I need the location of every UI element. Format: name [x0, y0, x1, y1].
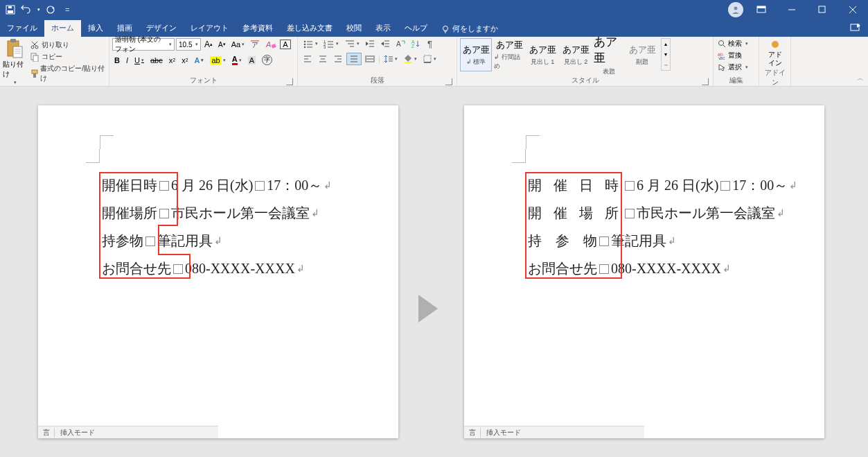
align-right-button[interactable] [331, 53, 345, 64]
page-before[interactable]: 開催日時6 月 26 日(水)17：00～↲ 開催場所市民ホール第一会議室↲ 持… [38, 105, 398, 438]
bullets-button[interactable]: ▾ [301, 38, 320, 49]
tab-review[interactable]: 校閲 [339, 20, 369, 37]
phonetic-guide-button[interactable]: ア [248, 39, 262, 50]
char-shading-button[interactable]: A [246, 55, 258, 65]
tab-file[interactable]: ファイル [0, 20, 44, 37]
save-icon[interactable] [6, 5, 15, 15]
sort-button[interactable]: AZ [409, 38, 423, 49]
style-title[interactable]: あア亜表題 [593, 38, 625, 71]
tab-home[interactable]: ホーム [44, 20, 81, 37]
style-nospacing[interactable]: あア亜↲ 行間詰め [493, 38, 525, 71]
status-mode[interactable]: 挿入モード [481, 428, 526, 438]
tab-references[interactable]: 参考資料 [236, 20, 280, 37]
highlight-button[interactable]: ab▾ [208, 55, 227, 65]
search-icon [718, 40, 726, 48]
tab-view[interactable]: 表示 [369, 20, 398, 37]
cut-button[interactable]: 切り取り [28, 40, 106, 51]
text-direction-button[interactable]: A [393, 38, 407, 49]
share-icon[interactable] [850, 22, 861, 32]
highlight-box [158, 254, 191, 255]
close-button[interactable] [838, 0, 868, 19]
distribute-button[interactable] [363, 53, 377, 64]
find-button[interactable]: 検索▾ [716, 38, 750, 49]
style-heading1[interactable]: あア亜見出し 1 [526, 38, 558, 71]
tell-me[interactable]: 何をしますか [434, 21, 505, 37]
status-bar-right: 言 挿入モード [464, 426, 644, 438]
clear-format-button[interactable]: A [263, 39, 278, 50]
increase-indent-button[interactable] [378, 38, 392, 49]
shrink-font-button[interactable]: A▾ [216, 40, 228, 49]
status-lang[interactable]: 言 [38, 428, 55, 438]
format-painter-button[interactable]: 書式のコピー/貼り付け [28, 63, 106, 84]
paste-button[interactable]: 貼り付け ▾ [3, 38, 27, 85]
style-normal[interactable]: あア亜↲ 標準 [460, 38, 492, 71]
crop-mark [86, 149, 100, 163]
doc-line-3: 持参物筆記用具↲ [102, 232, 222, 250]
paragraph-launcher[interactable] [445, 78, 452, 85]
group-font: 游明朝 (本文のフォン▾ 10.5▾ A▴ A▾ Aa▾ ア A A B I U… [109, 37, 298, 86]
show-marks-button[interactable]: ¶ [424, 38, 438, 49]
avatar[interactable] [728, 2, 743, 17]
doc-line-1: 開催日時6 月 26 日(水)17：00～↲ [102, 176, 332, 195]
tab-mailings[interactable]: 差し込み文書 [280, 20, 339, 37]
subscript-button[interactable]: x2 [167, 55, 177, 65]
style-subtitle[interactable]: あア亜副題 [626, 38, 658, 71]
select-icon [718, 63, 726, 71]
strike-button[interactable]: abc [148, 55, 165, 65]
enclose-char-button[interactable]: 字 [260, 54, 274, 66]
align-center-button[interactable] [316, 53, 330, 64]
collapse-ribbon-button[interactable]: ︿ [857, 74, 864, 83]
char-border-button[interactable]: A [280, 40, 290, 49]
styles-launcher[interactable] [702, 78, 709, 85]
font-name-combo[interactable]: 游明朝 (本文のフォン▾ [112, 38, 175, 51]
minimize-button[interactable] [777, 0, 807, 19]
italic-button[interactable]: I [124, 55, 130, 65]
copy-button[interactable]: コピー [28, 51, 106, 62]
svg-text:ア: ア [251, 41, 258, 49]
styles-scroll[interactable]: ▴▾⎓ [661, 38, 671, 71]
align-left-button[interactable] [301, 53, 315, 64]
svg-text:A: A [265, 40, 271, 49]
doc-line-3: 持 参 物筆記用具↲ [528, 232, 676, 250]
ribbon-display-icon[interactable] [746, 0, 777, 19]
status-mode[interactable]: 挿入モード [55, 428, 100, 438]
ribbon: 貼り付け ▾ 切り取り コピー 書式のコピー/貼り付け クリップボード 游明朝 … [0, 37, 868, 87]
bold-button[interactable]: B [112, 55, 122, 65]
page-after[interactable]: 開 催 日 時6 月 26 日(水)17：00～↲ 開 催 場 所市民ホール第一… [464, 105, 824, 438]
addin-button[interactable]: アド イン [768, 38, 782, 67]
font-color-button[interactable]: A▾ [230, 54, 244, 66]
svg-rect-27 [32, 70, 37, 74]
tab-insert[interactable]: 挿入 [81, 20, 110, 37]
svg-rect-78 [405, 62, 411, 63]
undo-icon[interactable] [21, 5, 30, 15]
style-heading2[interactable]: あア亜見出し 2 [560, 38, 592, 71]
svg-point-22 [35, 46, 38, 49]
numbering-button[interactable]: 123▾ [321, 38, 341, 49]
redo-icon[interactable] [46, 5, 55, 15]
paste-icon [6, 38, 24, 59]
justify-button[interactable] [346, 53, 362, 65]
grow-font-button[interactable]: A▴ [202, 39, 215, 50]
maximize-button[interactable] [807, 0, 838, 19]
replace-button[interactable]: abac置換 [716, 50, 743, 61]
underline-button[interactable]: U▾ [132, 55, 146, 65]
text-effects-button[interactable]: A▾ [193, 55, 206, 65]
tab-help[interactable]: ヘルプ [398, 20, 434, 37]
tab-layout[interactable]: レイアウト [184, 20, 236, 37]
doc-line-2: 開 催 場 所市民ホール第一会議室↲ [528, 204, 785, 223]
tell-me-label: 何をしますか [452, 24, 498, 34]
font-launcher[interactable] [286, 78, 293, 85]
borders-button[interactable]: ▾ [420, 53, 439, 64]
decrease-indent-button[interactable] [363, 38, 377, 49]
font-size-combo[interactable]: 10.5▾ [176, 38, 201, 51]
shading-button[interactable]: ▾ [401, 53, 419, 64]
group-editing: 検索▾ abac置換 選択▾ 編集 [714, 37, 759, 86]
svg-point-34 [304, 44, 305, 45]
select-button[interactable]: 選択▾ [716, 62, 750, 73]
change-case-button[interactable]: Aa▾ [229, 40, 247, 49]
status-lang[interactable]: 言 [464, 428, 481, 438]
line-spacing-button[interactable]: ▾ [382, 53, 400, 64]
superscript-button[interactable]: x2 [179, 55, 190, 65]
multilevel-button[interactable]: ▾ [342, 38, 362, 49]
group-addin: アド イン アドイン [759, 37, 791, 86]
